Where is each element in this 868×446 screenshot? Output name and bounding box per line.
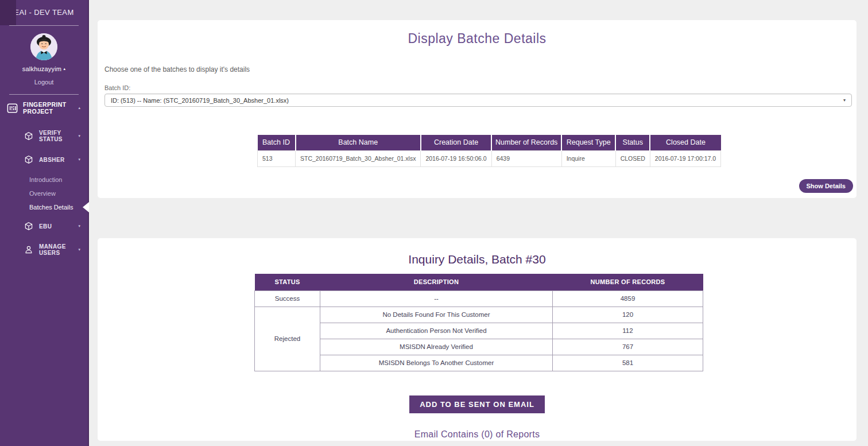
fingerprint-icon bbox=[7, 103, 18, 113]
batch-details-card: Display Batche Details Choose one of the… bbox=[98, 20, 857, 198]
show-details-button[interactable]: Show Details bbox=[799, 179, 853, 193]
cell-status: CLOSED bbox=[615, 150, 650, 166]
sidebar-item-absher[interactable]: ABSHER ▾ bbox=[0, 151, 88, 168]
batch-summary-table: Batch ID Batch Name Creation Date Number… bbox=[257, 135, 721, 167]
caret-down-icon: ▾ bbox=[78, 134, 80, 138]
sidebar-subitem-introduction[interactable]: Introduction bbox=[0, 173, 88, 186]
col-header-batch-id: Batch ID bbox=[258, 135, 296, 150]
caret-down-icon: ▾ bbox=[78, 157, 80, 162]
sidebar-subitem-batches-details[interactable]: Batches Details bbox=[0, 201, 88, 214]
caret-down-icon: ▾ bbox=[78, 224, 80, 228]
table-header-row: Batch ID Batch Name Creation Date Number… bbox=[258, 135, 721, 150]
sidebar: EAI - DEV TEAM salkhuzayyim ▴ Logout bbox=[0, 0, 89, 446]
cell-records: 581 bbox=[553, 355, 703, 371]
sidebar-corner-block bbox=[0, 0, 16, 25]
cell-records: 767 bbox=[553, 339, 703, 355]
batch-id-label: Batch ID: bbox=[104, 84, 857, 91]
col-header-status: STATUS bbox=[255, 274, 320, 290]
cell-batch-name: STC_20160719_Batch_30_Absher_01.xlsx bbox=[296, 150, 421, 166]
table-row: Rejected No Details Found For This Custo… bbox=[255, 307, 703, 323]
cell-description: MSISDN Already Verified bbox=[320, 339, 553, 355]
cell-request-type: Inquire bbox=[561, 150, 615, 166]
cube-icon bbox=[24, 155, 33, 164]
cell-description: MSISDN Belongs To Another Customer bbox=[320, 355, 553, 371]
sidebar-subitem-overview[interactable]: Overview bbox=[0, 187, 88, 200]
active-item-arrow bbox=[83, 202, 89, 212]
email-contains-text: Email Contains (0) of Reports bbox=[98, 429, 857, 440]
user-menu-toggle[interactable]: salkhuzayyim ▴ bbox=[0, 65, 88, 72]
table-row: MSISDN Already Verified 767 bbox=[255, 339, 703, 355]
logout-link[interactable]: Logout bbox=[0, 79, 88, 86]
table-row: Success -- 4859 bbox=[255, 290, 703, 307]
divider bbox=[9, 25, 79, 26]
cell-records: 120 bbox=[553, 307, 703, 323]
person-icon bbox=[24, 245, 33, 254]
cell-records: 6439 bbox=[491, 150, 561, 166]
cell-batch-id: 513 bbox=[258, 150, 296, 166]
cell-status-rejected: Rejected bbox=[255, 307, 320, 371]
cell-creation-date: 2016-07-19 16:50:06.0 bbox=[421, 150, 491, 166]
cell-closed-date: 2016-07-19 17:00:17.0 bbox=[650, 150, 720, 166]
col-header-number-of-records: NUMBER OF RECORDS bbox=[553, 274, 703, 290]
table-row: 513 STC_20160719_Batch_30_Absher_01.xlsx… bbox=[258, 150, 721, 166]
avatar-illustration bbox=[30, 33, 57, 60]
col-header-description: DESCRIPTION bbox=[320, 274, 553, 290]
caret-up-icon: ▴ bbox=[63, 67, 65, 71]
username-label: salkhuzayyim bbox=[22, 65, 61, 72]
table-header-row: STATUS DESCRIPTION NUMBER OF RECORDS bbox=[255, 274, 703, 290]
sidebar-item-ebu[interactable]: EBU ▾ bbox=[0, 218, 88, 235]
sidebar-item-fingerprint-project[interactable]: FINGERPRINT PROJECT ▴ bbox=[0, 95, 88, 121]
main-content: Display Batche Details Choose one of the… bbox=[90, 0, 868, 446]
cell-status-success: Success bbox=[255, 290, 320, 307]
col-header-creation-date: Creation Date bbox=[421, 135, 491, 150]
col-header-status: Status bbox=[615, 135, 650, 150]
sidebar-item-manage-users[interactable]: MANAGE USERS ▾ bbox=[0, 239, 88, 260]
col-header-number-of-records: Number of Records bbox=[491, 135, 561, 150]
sidebar-item-verify-status[interactable]: VERIFY STATUS ▾ bbox=[0, 126, 88, 146]
cube-icon bbox=[24, 131, 33, 141]
cell-description: Authentication Person Not Verified bbox=[320, 323, 553, 339]
col-header-request-type: Request Type bbox=[561, 135, 615, 150]
cell-records: 4859 bbox=[553, 290, 703, 307]
inquiry-details-card: Inquiry Details, Batch #30 STATUS DESCRI… bbox=[98, 238, 857, 441]
batch-id-select[interactable]: ID: (513) -- Name: (STC_20160719_Batch_3… bbox=[104, 94, 852, 107]
chevron-down-icon: ▾ bbox=[843, 98, 846, 103]
inquiry-title: Inquiry Details, Batch #30 bbox=[98, 238, 857, 266]
col-header-batch-name: Batch Name bbox=[296, 135, 421, 150]
nav-label: EBU bbox=[39, 223, 52, 230]
nav-label: ABSHER bbox=[39, 157, 65, 163]
caret-down-icon: ▾ bbox=[78, 247, 80, 252]
caret-up-icon: ▴ bbox=[78, 106, 80, 110]
batch-id-selected-value: ID: (513) -- Name: (STC_20160719_Batch_3… bbox=[111, 97, 289, 104]
page-title: Display Batche Details bbox=[98, 20, 857, 46]
instruction-text: Choose one of the batches to display it'… bbox=[104, 65, 857, 73]
col-header-closed-date: Closed Date bbox=[650, 135, 720, 150]
project-label: FINGERPRINT PROJECT bbox=[23, 101, 73, 115]
cell-description: -- bbox=[320, 290, 553, 307]
avatar bbox=[30, 33, 57, 60]
add-to-email-button[interactable]: ADD TO BE SENT ON EMAIL bbox=[409, 395, 545, 413]
cube-icon bbox=[24, 222, 33, 231]
cell-description: No Details Found For This Customer bbox=[320, 307, 553, 323]
table-row: MSISDN Belongs To Another Customer 581 bbox=[255, 355, 703, 371]
inquiry-table: STATUS DESCRIPTION NUMBER OF RECORDS Suc… bbox=[254, 274, 703, 371]
table-row: Authentication Person Not Verified 112 bbox=[255, 323, 703, 339]
nav-label: VERIFY STATUS bbox=[39, 130, 72, 142]
nav-label: MANAGE USERS bbox=[39, 243, 72, 256]
cell-records: 112 bbox=[553, 323, 703, 339]
subitem-label: Batches Details bbox=[29, 204, 73, 211]
